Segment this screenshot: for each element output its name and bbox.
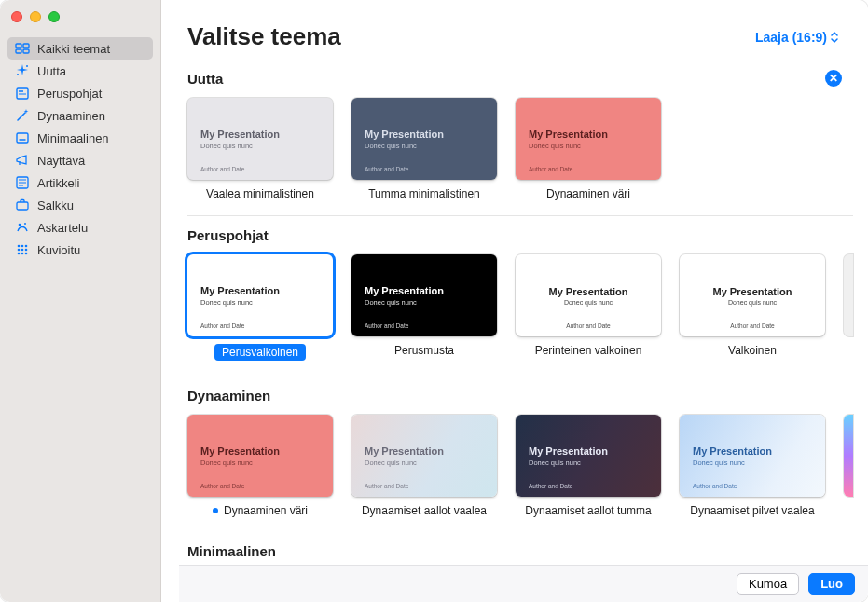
svg-point-17 <box>24 223 26 225</box>
main-panel: Valitse teema Laaja (16:9) Uutta✕My Pres… <box>161 0 868 602</box>
svg-point-26 <box>25 253 28 255</box>
theme-thumbnail[interactable]: My PresentationDonec quis nuncAuthor and… <box>680 415 825 497</box>
theme-label: Dynaamiset pilvet vaalea <box>690 504 814 517</box>
theme-card[interactable]: My PresentationDonec quis nuncAuthor and… <box>351 98 497 200</box>
sidebar-item-kaikki-teemat[interactable]: Kaikki teemat <box>7 37 153 60</box>
thumb-footer: Author and Date <box>516 322 661 329</box>
thumb-footer: Author and Date <box>529 483 572 489</box>
theme-label: Tumma minimalistinen <box>368 187 480 200</box>
sidebar-item-artikkeli[interactable]: Artikkeli <box>7 171 153 194</box>
sidebar-item-kuvioitu[interactable]: Kuvioitu <box>7 239 153 261</box>
dismiss-section-button[interactable]: ✕ <box>825 70 842 87</box>
thumb-title: My Presentation <box>365 445 484 457</box>
theme-caption: Dynaamiset aallot tumma <box>516 504 661 517</box>
sidebar-item-label: Askartelu <box>37 221 88 235</box>
thumb-subtitle: Donec quis nunc <box>365 458 484 467</box>
theme-thumbnail[interactable]: My PresentationDonec quis nuncAuthor and… <box>680 254 825 336</box>
page-icon <box>15 86 30 101</box>
theme-card[interactable]: My PresentationDonec quis nuncAuthor and… <box>680 415 825 517</box>
theme-card[interactable]: My PresentationDonec quis nuncAuthor and… <box>187 415 333 517</box>
section-peruspohjat: PeruspohjatMy PresentationDonec quis nun… <box>187 227 853 376</box>
theme-caption: Perinteinen valkoinen <box>516 344 661 357</box>
thumb-footer: Author and Date <box>200 166 244 172</box>
theme-caption: Dynaaminen väri <box>187 504 333 517</box>
svg-point-21 <box>18 249 21 252</box>
create-button[interactable]: Luo <box>808 573 855 595</box>
theme-card[interactable]: My PresentationDonec quis nuncAuthor and… <box>187 254 333 361</box>
svg-point-22 <box>21 249 24 252</box>
theme-thumbnail[interactable]: My PresentationDonec quis nuncAuthor and… <box>351 254 497 336</box>
thumb-footer: Author and Date <box>200 322 244 329</box>
svg-rect-15 <box>17 202 28 210</box>
sidebar-item-dynaaminen[interactable]: Dynaaminen <box>7 104 153 127</box>
window-zoom-button[interactable] <box>48 11 60 22</box>
theme-card[interactable]: My PresentationDonec quis nuncAuthor and… <box>516 254 661 361</box>
sidebar-item-askartelu[interactable]: Askartelu <box>7 216 153 239</box>
theme-card[interactable]: My PresentationDonec quis nuncAuthor and… <box>351 254 497 361</box>
window-close-button[interactable] <box>11 11 22 22</box>
theme-thumbnail[interactable]: My PresentationDonec quis nuncAuthor and… <box>187 98 333 180</box>
section-minimaalinen: Minimaalinen <box>187 543 853 559</box>
thumb-subtitle: Donec quis nunc <box>728 299 777 306</box>
theme-card[interactable]: My PresentationDonec quis nuncAuthor and… <box>680 254 825 361</box>
thumb-subtitle: Donec quis nunc <box>529 142 648 150</box>
sidebar-item-label: Salkku <box>37 198 74 212</box>
sidebar-item-label: Peruspohjat <box>37 87 102 101</box>
theme-card[interactable]: My PresentationDonec quis nuncAuthor and… <box>516 98 661 200</box>
thumb-subtitle: Donec quis nunc <box>564 299 613 306</box>
theme-thumbnail[interactable]: My PresentationDonec quis nuncAuthor and… <box>351 98 497 180</box>
svg-point-23 <box>25 249 28 252</box>
theme-label: Vaalea minimalistinen <box>206 187 314 200</box>
sidebar-item-peruspohjat[interactable]: Peruspohjat <box>7 82 153 104</box>
theme-thumbnail[interactable]: My PresentationDonec quis nuncAuthor and… <box>351 415 497 497</box>
sidebar-item-salkku[interactable]: Salkku <box>7 194 153 216</box>
svg-point-4 <box>26 65 28 67</box>
theme-caption: Dynaamiset aallot vaalea <box>351 504 497 517</box>
theme-thumbnail[interactable]: My PresentationDonec quis nuncAuthor and… <box>516 98 661 180</box>
theme-row: My PresentationDonec quis nuncAuthor and… <box>187 87 853 216</box>
theme-row: My PresentationDonec quis nuncAuthor and… <box>187 243 853 376</box>
thumb-footer: Author and Date <box>200 483 244 489</box>
theme-label: Dynaamiset aallot tumma <box>525 504 651 517</box>
more-themes-peek[interactable] <box>844 254 853 336</box>
theme-chooser-content[interactable]: Uutta✕My PresentationDonec quis nuncAuth… <box>161 59 868 602</box>
thumb-title: My Presentation <box>529 129 648 140</box>
theme-thumbnail[interactable]: My PresentationDonec quis nuncAuthor and… <box>187 415 333 497</box>
sidebar-item-label: Kuvioitu <box>37 243 80 257</box>
svg-point-18 <box>18 245 21 248</box>
section-dynaaminen: DynaaminenMy PresentationDonec quis nunc… <box>187 388 853 532</box>
craft-icon <box>15 220 30 235</box>
thumb-subtitle: Donec quis nunc <box>693 458 812 467</box>
thumb-subtitle: Donec quis nunc <box>200 298 320 307</box>
sidebar-item-label: Artikkeli <box>37 176 80 190</box>
svg-point-25 <box>21 253 24 255</box>
theme-label: Dynaaminen väri <box>546 187 630 200</box>
thumb-subtitle: Donec quis nunc <box>365 142 484 150</box>
sidebar: Kaikki teematUuttaPeruspohjatDynaaminenM… <box>0 0 161 602</box>
svg-point-19 <box>21 245 24 248</box>
theme-card[interactable]: My PresentationDonec quis nuncAuthor and… <box>187 98 333 200</box>
minimal-icon <box>15 130 30 145</box>
theme-caption: Tumma minimalistinen <box>351 187 497 200</box>
thumb-title: My Presentation <box>713 286 792 297</box>
thumb-title: My Presentation <box>200 285 320 296</box>
sidebar-item-näyttävä[interactable]: Näyttävä <box>7 149 153 171</box>
theme-thumbnail[interactable]: My PresentationDonec quis nuncAuthor and… <box>516 415 661 497</box>
cancel-button[interactable]: Kumoa <box>737 573 799 595</box>
sidebar-item-uutta[interactable]: Uutta <box>7 60 153 82</box>
sidebar-item-label: Uutta <box>37 64 66 78</box>
briefcase-icon <box>15 198 30 212</box>
svg-rect-2 <box>16 49 21 53</box>
sidebar-item-minimaalinen[interactable]: Minimaalinen <box>7 127 153 149</box>
more-themes-peek[interactable] <box>844 415 853 497</box>
thumb-footer: Author and Date <box>365 483 408 489</box>
aspect-ratio-popup[interactable]: Laaja (16:9) <box>751 28 842 47</box>
theme-label: Perinteinen valkoinen <box>535 344 642 357</box>
svg-rect-6 <box>17 88 28 99</box>
theme-thumbnail[interactable]: My PresentationDonec quis nuncAuthor and… <box>187 254 333 336</box>
theme-thumbnail[interactable]: My PresentationDonec quis nuncAuthor and… <box>516 254 661 336</box>
thumb-subtitle: Donec quis nunc <box>365 298 484 307</box>
theme-card[interactable]: My PresentationDonec quis nuncAuthor and… <box>516 415 661 517</box>
window-minimize-button[interactable] <box>30 11 41 22</box>
theme-card[interactable]: My PresentationDonec quis nuncAuthor and… <box>351 415 497 517</box>
